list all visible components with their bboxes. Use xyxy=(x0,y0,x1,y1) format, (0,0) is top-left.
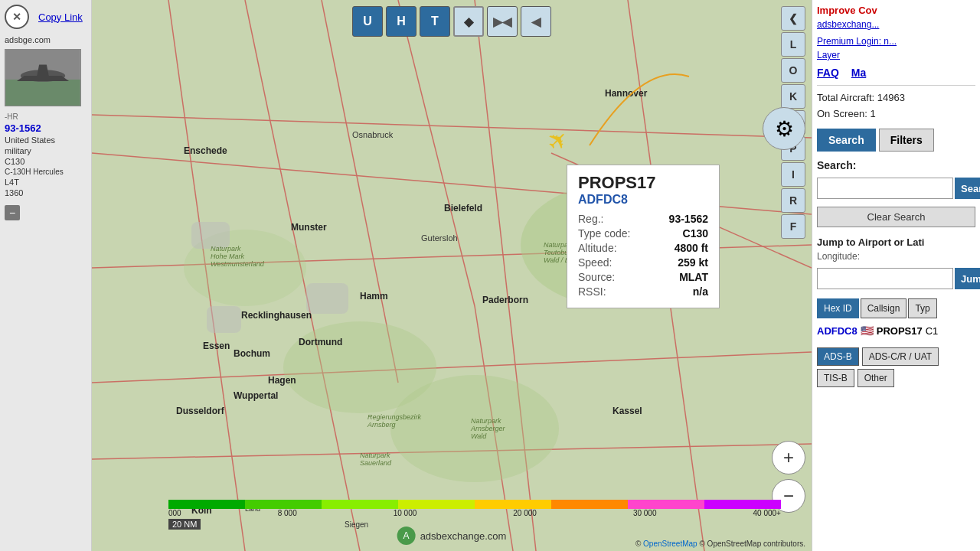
site-url: adsbge.com xyxy=(0,34,91,46)
scale-colors xyxy=(168,500,781,509)
layers-button[interactable]: ◆ xyxy=(453,6,484,37)
osm-credit-text: © OpenStreetMap contributors. xyxy=(699,540,805,548)
svg-point-22 xyxy=(390,375,559,482)
nav-o-button[interactable]: O xyxy=(781,58,805,83)
callsign-button[interactable]: Callsign xyxy=(861,298,907,318)
nav-f-button[interactable]: F xyxy=(781,214,805,239)
watermark-text: adsbexchange.com xyxy=(420,530,507,542)
faq-map-row: FAQ Ma xyxy=(817,67,975,79)
longitude-label: Longitude: xyxy=(817,251,975,262)
aircraft-popup: PROPS17 ADFDC8 Reg.: 93-1562 Type code: … xyxy=(567,165,720,308)
premium-login-link[interactable]: Premium Login: n... xyxy=(817,36,975,47)
speed-value: 259 kt xyxy=(678,256,708,269)
back-button[interactable]: ◀ xyxy=(521,6,551,37)
source-tabs: ADS-B ADS-C/R / UAT TIS-B Other xyxy=(817,347,975,387)
jump-input[interactable] xyxy=(817,268,953,289)
tisb-tab[interactable]: TIS-B xyxy=(817,369,854,387)
popup-callsign: PROPS17 xyxy=(578,173,708,193)
h-button[interactable]: H xyxy=(386,6,416,37)
faq-link[interactable]: FAQ xyxy=(817,67,839,79)
result-flag: 🇺🇸 xyxy=(861,324,874,337)
results-row: ADFDC8 🇺🇸 PROPS17 C1 xyxy=(817,324,975,337)
scale-20000: 20 000 xyxy=(513,509,537,517)
settings-button[interactable]: ⚙ xyxy=(763,107,805,150)
scale-nm: 20 NM xyxy=(168,519,201,530)
nav-i-button[interactable]: I xyxy=(781,162,805,187)
nav-r-button[interactable]: R xyxy=(781,188,805,213)
right-panel: Improve Cov adsbexchang... Premium Login… xyxy=(812,0,980,551)
result-hex[interactable]: ADFDC8 xyxy=(817,325,858,337)
scale-labels: 000 8 000 10 000 20 000 30 000 40 000+ xyxy=(168,509,781,517)
osm-link[interactable]: OpenStreetMap xyxy=(643,540,697,548)
left-info: -HR 93-1562 United States military C130 … xyxy=(0,109,91,202)
scale-8000: 8 000 xyxy=(278,509,297,517)
scale-30000: 30 000 xyxy=(633,509,657,517)
on-screen-value: 1 xyxy=(870,108,875,119)
reg-value: 93-1562 xyxy=(669,213,708,225)
total-label: Total Aircraft: xyxy=(817,92,874,103)
map-toolbar: U H T ◆ ▶◀ ◀ xyxy=(352,6,551,37)
jump-button[interactable]: Jum xyxy=(955,268,980,289)
u-button[interactable]: U xyxy=(352,6,383,37)
total-aircraft: Total Aircraft: 14963 xyxy=(817,92,975,103)
t-button[interactable]: T xyxy=(420,6,450,37)
osm-credit: © OpenStreetMap © OpenStreetMap contribu… xyxy=(635,540,805,548)
rssi-label: RSSI: xyxy=(578,285,606,298)
svg-rect-23 xyxy=(191,222,230,249)
hex-id-button[interactable]: Hex ID xyxy=(817,298,859,318)
altitude-label: Altitude: xyxy=(578,242,617,254)
jump-row: Jum xyxy=(817,268,975,289)
copy-link-button[interactable]: Copy Link xyxy=(34,10,87,24)
reg-label: Reg.: xyxy=(578,213,603,225)
close-button[interactable]: ✕ xyxy=(5,5,29,29)
left-category: military xyxy=(5,146,87,155)
type-button[interactable]: Typ xyxy=(908,298,936,318)
popup-hex: ADFDC8 xyxy=(578,193,708,207)
svg-rect-24 xyxy=(306,283,348,314)
altitude-value: 4800 ft xyxy=(675,242,708,254)
watermark-logo: A xyxy=(397,527,416,545)
adsb-tab[interactable]: ADS-B xyxy=(817,347,859,366)
filters-tab-button[interactable]: Filters xyxy=(879,129,934,152)
divider xyxy=(817,85,975,86)
search-tab-button[interactable]: Search xyxy=(817,129,876,152)
on-screen: On Screen: 1 xyxy=(817,108,975,119)
svg-rect-25 xyxy=(207,306,241,333)
source-label: Source: xyxy=(578,271,615,283)
left-country: United States xyxy=(5,135,87,145)
other-tab[interactable]: Other xyxy=(858,369,894,387)
map-area[interactable]: Hannover Osnabruck Enschede Munster Biel… xyxy=(92,0,812,551)
search-button[interactable]: Sear xyxy=(955,178,980,199)
rssi-value: n/a xyxy=(693,285,708,298)
source-value: MLAT xyxy=(679,271,708,283)
svg-rect-1 xyxy=(5,80,80,106)
left-icao: L4T xyxy=(5,178,87,187)
search-row: Sear xyxy=(817,178,975,199)
left-squawk: 1360 xyxy=(5,188,87,197)
jump-label: Jump to Airport or Lati xyxy=(817,236,975,248)
nav-l-button[interactable]: L xyxy=(781,32,805,57)
on-screen-label: On Screen: xyxy=(817,108,867,119)
minus-button[interactable]: − xyxy=(5,205,20,220)
adsc-tab[interactable]: ADS-C/R / UAT xyxy=(862,347,939,366)
hex-callsign-type-row: Hex ID Callsign Typ xyxy=(817,298,975,318)
left-panel: ✕ Copy Link adsbge.com -HR 93-1562 Unite… xyxy=(0,0,92,551)
scale-10000: 10 000 xyxy=(394,509,417,517)
scale-40000: 40 000+ xyxy=(753,509,781,517)
layer-link[interactable]: Layer xyxy=(817,50,975,60)
type-value: C130 xyxy=(683,227,708,240)
svg-marker-3 xyxy=(17,76,69,81)
clear-search-button[interactable]: Clear Search xyxy=(817,207,975,227)
forward-button[interactable]: ▶◀ xyxy=(487,6,518,37)
zoom-in-button[interactable]: + xyxy=(772,441,805,474)
total-value: 14963 xyxy=(877,92,905,103)
nav-k-button[interactable]: K xyxy=(781,84,805,109)
map-link[interactable]: Ma xyxy=(851,67,866,79)
improve-coverage-link[interactable]: Improve Cov xyxy=(817,5,975,16)
adsbexchange-link[interactable]: adsbexchang... xyxy=(817,19,975,30)
search-input[interactable] xyxy=(817,178,953,199)
left-name: C-130H Hercules xyxy=(5,168,87,176)
result-callsign[interactable]: PROPS17 xyxy=(877,325,923,337)
nav-back-button[interactable]: ❮ xyxy=(781,6,805,31)
search-section-label: Search: xyxy=(817,159,975,171)
